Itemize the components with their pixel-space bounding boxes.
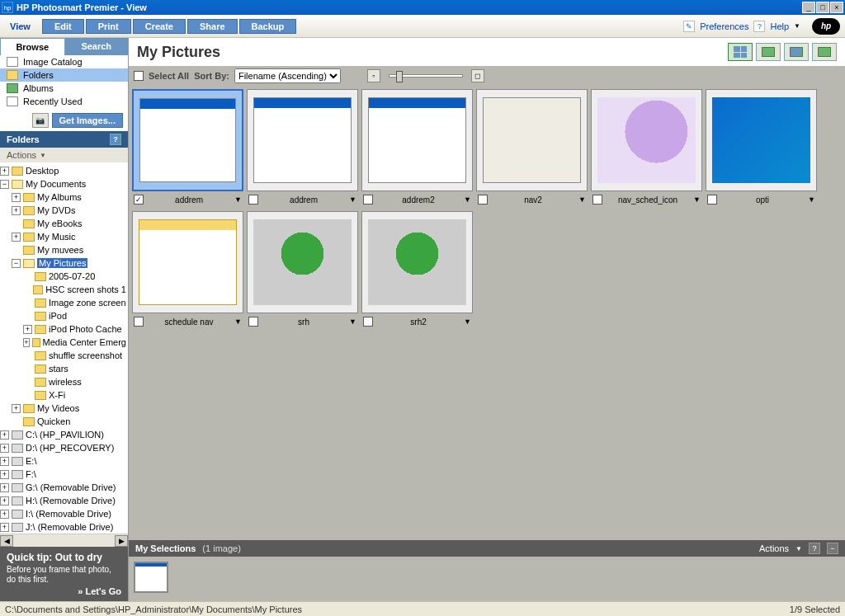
thumb-checkbox[interactable]: ✓ bbox=[134, 195, 144, 205]
tree-desktop[interactable]: +Desktop bbox=[0, 164, 128, 177]
expand-icon[interactable]: + bbox=[0, 457, 9, 466]
tree-e-drive[interactable]: +E:\ bbox=[0, 454, 128, 468]
tree-hsc[interactable]: HSC screen shots 1 bbox=[0, 283, 128, 296]
thumb-nav-sched-icon[interactable]: nav_sched_icon▼ bbox=[591, 89, 702, 208]
view-grid-button[interactable] bbox=[728, 43, 753, 61]
expand-icon[interactable]: + bbox=[0, 430, 9, 440]
tree-d-drive[interactable]: +D:\ (HP_RECOVERY) bbox=[0, 441, 128, 454]
minimize-button[interactable]: _ bbox=[802, 2, 815, 13]
selections-actions[interactable]: Actions bbox=[759, 543, 789, 553]
expand-icon[interactable]: + bbox=[0, 496, 9, 505]
selection-thumb[interactable] bbox=[134, 562, 168, 593]
tree-quicken[interactable]: Quicken bbox=[0, 415, 128, 428]
tree-c-drive[interactable]: +C:\ (HP_PAVILION) bbox=[0, 428, 128, 441]
tree-xfi[interactable]: X-Fi bbox=[0, 388, 128, 402]
expand-icon[interactable]: + bbox=[0, 444, 9, 453]
restore-button[interactable]: □ bbox=[816, 2, 829, 13]
thumb-checkbox[interactable] bbox=[707, 195, 717, 205]
thumb-large-icon[interactable]: ◻ bbox=[471, 69, 484, 82]
chevron-down-icon[interactable]: ▼ bbox=[464, 195, 471, 204]
view-single-button[interactable] bbox=[756, 43, 781, 61]
tree-imagezone[interactable]: Image zone screen bbox=[0, 296, 128, 309]
chevron-down-icon[interactable]: ▼ bbox=[693, 195, 701, 204]
tree-my-albums[interactable]: +My Albums bbox=[0, 190, 128, 204]
thumb-addrem2[interactable]: addrem2▼ bbox=[361, 89, 473, 208]
get-images-button[interactable]: Get Images... bbox=[52, 113, 123, 128]
tree-ipod-cache[interactable]: +iPod Photo Cache bbox=[0, 322, 128, 336]
thumb-checkbox[interactable] bbox=[248, 317, 258, 327]
help-link[interactable]: Help bbox=[770, 21, 789, 31]
tree-my-documents[interactable]: −My Documents bbox=[0, 177, 128, 190]
tree-my-videos[interactable]: +My Videos bbox=[0, 402, 128, 415]
tree-my-muvees[interactable]: My muvees bbox=[0, 243, 128, 256]
expand-icon[interactable]: + bbox=[0, 483, 9, 492]
thumb-addrem-1[interactable]: ✓addrem▼ bbox=[132, 89, 243, 208]
expand-icon[interactable]: + bbox=[23, 338, 30, 347]
cat-recently-used[interactable]: Recently Used bbox=[0, 95, 128, 108]
backup-button[interactable]: Backup bbox=[239, 19, 297, 34]
thumb-size-slider[interactable] bbox=[389, 74, 463, 78]
cat-folders[interactable]: Folders bbox=[0, 68, 128, 82]
preferences-icon[interactable]: ✎ bbox=[683, 21, 695, 32]
thumb-small-icon[interactable]: ▫ bbox=[367, 69, 380, 82]
tree-2005-07-20[interactable]: 2005-07-20 bbox=[0, 270, 128, 283]
chevron-down-icon[interactable]: ▼ bbox=[795, 545, 802, 553]
selections-help-icon[interactable]: ? bbox=[809, 543, 820, 554]
expand-icon[interactable]: + bbox=[12, 206, 21, 215]
thumb-checkbox[interactable] bbox=[134, 317, 144, 327]
tab-browse[interactable]: Browse bbox=[0, 38, 65, 55]
slider-thumb[interactable] bbox=[396, 71, 403, 82]
tree-media-center[interactable]: +Media Center Emerg bbox=[0, 336, 128, 349]
select-all-checkbox[interactable] bbox=[134, 71, 144, 81]
tree-h-drive[interactable]: +H:\ (Removable Drive) bbox=[0, 494, 128, 507]
close-button[interactable]: × bbox=[830, 2, 843, 13]
expand-icon[interactable]: + bbox=[0, 470, 9, 479]
folders-actions[interactable]: Actions▼ bbox=[0, 148, 128, 162]
thumb-schedule-nav[interactable]: schedule nav▼ bbox=[132, 211, 243, 330]
expand-icon[interactable]: + bbox=[12, 193, 21, 202]
tree-my-dvds[interactable]: +My DVDs bbox=[0, 204, 128, 217]
thumb-checkbox[interactable] bbox=[363, 317, 373, 327]
help-dropdown-icon[interactable]: ▼ bbox=[794, 22, 800, 30]
chevron-down-icon[interactable]: ▼ bbox=[234, 317, 242, 326]
tree-j-drive[interactable]: +J:\ (Removable Drive) bbox=[0, 520, 128, 534]
quick-tip-go[interactable]: » Let's Go bbox=[7, 586, 121, 596]
selections-collapse-icon[interactable]: − bbox=[827, 543, 838, 554]
tree-stars[interactable]: stars bbox=[0, 362, 128, 375]
expand-icon[interactable]: + bbox=[23, 325, 32, 334]
tree-shuffle[interactable]: shuffle screenshot bbox=[0, 349, 128, 362]
folders-help-icon[interactable]: ? bbox=[110, 134, 121, 145]
select-all-label[interactable]: Select All bbox=[149, 71, 189, 81]
thumb-nav2[interactable]: nav2▼ bbox=[476, 89, 588, 208]
sort-by-select[interactable]: Filename (Ascending) bbox=[234, 68, 341, 83]
tree-my-music[interactable]: +My Music bbox=[0, 230, 128, 243]
edit-button[interactable]: Edit bbox=[42, 19, 84, 34]
tree-f-drive[interactable]: +F:\ bbox=[0, 468, 128, 481]
collapse-icon[interactable]: − bbox=[0, 180, 9, 189]
tree-my-pictures[interactable]: −My Pictures bbox=[0, 256, 128, 270]
thumb-checkbox[interactable] bbox=[478, 195, 488, 205]
chevron-down-icon[interactable]: ▼ bbox=[349, 317, 356, 326]
tree-ipod[interactable]: iPod bbox=[0, 309, 128, 322]
tree-g-drive[interactable]: +G:\ (Removable Drive) bbox=[0, 481, 128, 494]
thumb-srh2[interactable]: srh2▼ bbox=[361, 211, 473, 330]
view-slideshow-button[interactable] bbox=[812, 43, 837, 61]
expand-icon[interactable]: + bbox=[0, 523, 9, 532]
cat-image-catalog[interactable]: Image Catalog bbox=[0, 55, 128, 68]
thumb-addrem-2[interactable]: addrem▼ bbox=[247, 89, 358, 208]
chevron-down-icon[interactable]: ▼ bbox=[234, 195, 242, 204]
thumb-opti[interactable]: opti▼ bbox=[706, 89, 817, 208]
preferences-link[interactable]: Preferences bbox=[700, 21, 748, 31]
scroll-right-icon[interactable]: ▶ bbox=[115, 535, 128, 547]
chevron-down-icon[interactable]: ▼ bbox=[578, 195, 586, 204]
view-monitor-button[interactable] bbox=[784, 43, 809, 61]
chevron-down-icon[interactable]: ▼ bbox=[464, 317, 471, 326]
camera-icon-button[interactable]: 📷 bbox=[32, 113, 49, 128]
expand-icon[interactable]: + bbox=[12, 404, 21, 413]
expand-icon[interactable]: + bbox=[0, 510, 9, 519]
thumb-checkbox[interactable] bbox=[363, 195, 373, 205]
collapse-icon[interactable]: − bbox=[12, 259, 21, 268]
print-button[interactable]: Print bbox=[86, 19, 131, 34]
tree-my-ebooks[interactable]: My eBooks bbox=[0, 217, 128, 230]
chevron-down-icon[interactable]: ▼ bbox=[808, 195, 815, 204]
